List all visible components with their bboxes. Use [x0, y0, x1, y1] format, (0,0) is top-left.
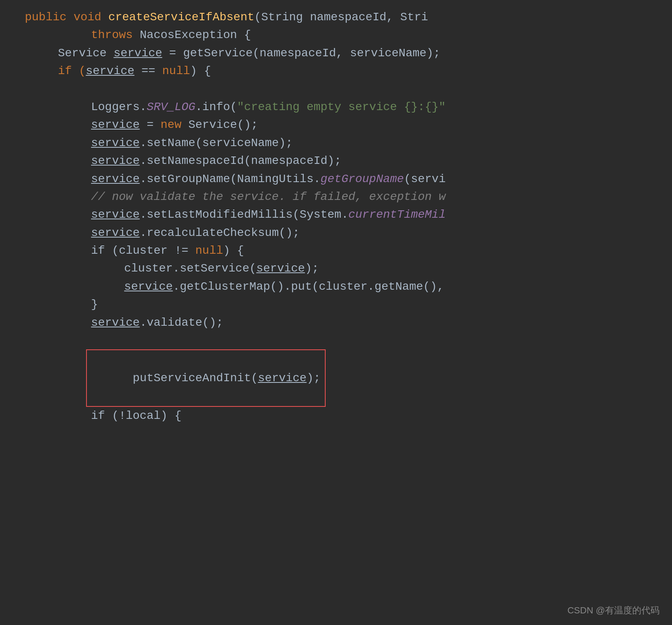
keyword-null: null	[162, 62, 190, 80]
keyword-void: void	[74, 8, 108, 26]
params-start: (String namespaceId, Stri	[254, 8, 428, 26]
log-string: "creating empty service {}:{}"	[237, 98, 446, 116]
comment-validate: // now validate the service. if failed, …	[91, 188, 446, 206]
new-service: Service();	[188, 116, 258, 134]
watermark: CSDN @有温度的代码	[567, 603, 660, 618]
code-line-21: if (!local) {	[0, 407, 672, 425]
var-service-4: service	[91, 134, 140, 152]
if-local: if (!local) {	[91, 407, 181, 425]
var-service-10: service	[124, 278, 173, 296]
loggers-ref: Loggers.	[91, 98, 146, 116]
code-line-7: service = new Service();	[0, 116, 672, 134]
code-line-18: service.validate();	[0, 314, 672, 332]
set-namespace: .setNamespaceId(namespaceId);	[140, 152, 341, 170]
code-line-9: service.setNamespaceId(namespaceId);	[0, 152, 672, 170]
set-group-name: .setGroupName(NamingUtils.	[140, 170, 321, 188]
servi-partial: (servi	[404, 170, 446, 188]
var-service-2: service	[86, 62, 134, 80]
code-editor: public void createServiceIfAbsent(String…	[0, 0, 672, 625]
var-service: service	[113, 44, 162, 62]
method-name: createServiceIfAbsent	[108, 8, 254, 26]
keyword-new: new	[161, 116, 188, 134]
code-line-11: // now validate the service. if failed, …	[0, 188, 672, 206]
code-line-empty-2	[0, 332, 672, 349]
var-service-7: service	[91, 206, 140, 224]
code-line-17: }	[0, 296, 672, 313]
var-service-12: service	[258, 372, 307, 385]
put-close: );	[307, 372, 321, 385]
code-line-15: cluster.setService(service);	[0, 260, 672, 277]
cluster-set-service: cluster.setService(	[124, 260, 256, 277]
code-line-13: service.recalculateChecksum();	[0, 224, 672, 242]
var-service-3: service	[91, 116, 140, 134]
var-service-11: service	[91, 314, 140, 332]
set-name: .setName(serviceName);	[140, 134, 293, 152]
keyword-null-2: null	[195, 242, 223, 260]
get-cluster-map: .getClusterMap().put(cluster.getName(),	[173, 278, 444, 296]
dot-info: .info(	[195, 98, 237, 116]
if-open: ) {	[190, 62, 211, 80]
recalculate-checksum: .recalculateChecksum();	[140, 224, 300, 242]
code-line-2: throws NacosException {	[0, 26, 672, 44]
assign-getservice: = getService(namespaceId, serviceName);	[162, 44, 440, 62]
code-line-4: if (service == null) {	[0, 62, 672, 80]
eq-op: ==	[134, 62, 162, 80]
close-brace-cluster: }	[91, 296, 98, 313]
highlighted-method-call: putServiceAndInit(service);	[86, 349, 326, 406]
var-service-5: service	[91, 152, 140, 170]
put-service-and-init: putServiceAndInit(	[133, 372, 258, 385]
code-line-16: service.getClusterMap().put(cluster.getN…	[0, 278, 672, 296]
set-last-modified: .setLastModifiedMillis(System.	[140, 206, 348, 224]
code-line-12: service.setLastModifiedMillis(System.cur…	[0, 206, 672, 224]
get-group-name: getGroupName	[321, 170, 404, 188]
if-cluster-open: ) {	[223, 242, 244, 260]
code-line-6: Loggers.SRV_LOG.info("creating empty ser…	[0, 98, 672, 116]
var-service-9: service	[256, 260, 305, 277]
code-line-8: service.setName(serviceName);	[0, 134, 672, 152]
code-line-empty-1	[0, 80, 672, 98]
current-time-millis: currentTimeMil	[348, 206, 446, 224]
var-service-8: service	[91, 224, 140, 242]
code-line-3: Service service = getService(namespaceId…	[0, 44, 672, 62]
code-line-20: putServiceAndInit(service);	[0, 349, 672, 406]
cluster-set-service-close: );	[305, 260, 319, 277]
code-line-1: public void createServiceIfAbsent(String…	[0, 8, 672, 26]
code-line-14: if (cluster != null) {	[0, 242, 672, 260]
exception-text: NacosException {	[140, 26, 251, 44]
eq-new: =	[140, 116, 161, 134]
type-service: Service	[58, 44, 113, 62]
if-cluster: if (cluster !=	[91, 242, 195, 260]
keyword-public: public	[25, 8, 74, 26]
code-line-10: service.setGroupName(NamingUtils.getGrou…	[0, 170, 672, 188]
srv-log: SRV_LOG	[146, 98, 195, 116]
var-service-6: service	[91, 170, 140, 188]
validate: .validate();	[140, 314, 223, 332]
keyword-throws: throws	[91, 26, 140, 44]
keyword-if: if (	[58, 62, 86, 80]
